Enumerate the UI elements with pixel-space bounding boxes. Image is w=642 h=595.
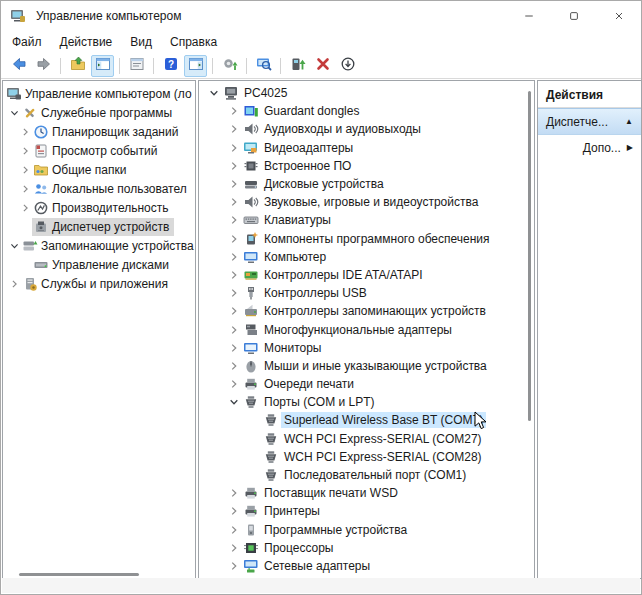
- device-tree-item[interactable]: Очереди печати: [199, 375, 534, 393]
- forward-button[interactable]: [32, 55, 55, 77]
- tree-item-label: Звуковые, игровые и видеоустройства: [261, 194, 481, 210]
- chevron-expanded-icon[interactable]: [205, 86, 223, 100]
- chevron-collapsed-icon[interactable]: [225, 122, 243, 136]
- chevron-collapsed-icon[interactable]: [225, 359, 243, 373]
- menu-file[interactable]: Файл: [3, 33, 51, 51]
- device-tree-item[interactable]: Superlead Wireless Base BT (COM7): [199, 411, 534, 429]
- actions-more-actions[interactable]: Допо...▶: [538, 135, 641, 160]
- back-button[interactable]: [7, 55, 30, 77]
- chevron-collapsed-icon[interactable]: [19, 144, 32, 158]
- device-tree-item[interactable]: WCH PCI Express-SERIAL (COM27): [199, 430, 534, 448]
- chevron-collapsed-icon[interactable]: [225, 523, 243, 537]
- console-tree-item[interactable]: Диспетчер устройств: [3, 217, 195, 236]
- device-tree-item[interactable]: Порты (COM и LPT): [199, 393, 534, 411]
- tree-item-label: Процессоры: [261, 540, 337, 556]
- chevron-collapsed-icon[interactable]: [19, 125, 32, 139]
- device-tree-item[interactable]: Контроллеры USB: [199, 284, 534, 302]
- console-tree-item[interactable]: Служебные программы: [3, 103, 195, 122]
- chevron-expanded-icon[interactable]: [225, 395, 243, 409]
- device-tree-item[interactable]: Программные устройства: [199, 521, 534, 539]
- menu-action[interactable]: Действие: [51, 33, 122, 51]
- properties-button[interactable]: [125, 55, 148, 77]
- uninstall-device-button[interactable]: [311, 55, 334, 77]
- chevron-collapsed-icon[interactable]: [225, 159, 243, 173]
- up-level-button[interactable]: [66, 55, 89, 77]
- chevron-collapsed-icon[interactable]: [225, 232, 243, 246]
- chevron-collapsed-icon[interactable]: [225, 504, 243, 518]
- menu-help[interactable]: Справка: [161, 33, 226, 51]
- console-tree-item[interactable]: Планировщик заданий: [3, 122, 195, 141]
- collapse-up-icon[interactable]: ▲: [625, 117, 633, 126]
- close-button[interactable]: [596, 1, 641, 31]
- chevron-collapsed-icon[interactable]: [225, 177, 243, 191]
- expand-right-icon[interactable]: ▶: [627, 143, 633, 152]
- device-tree-item[interactable]: Контроллеры IDE ATA/ATAPI: [199, 266, 534, 284]
- chevron-collapsed-icon[interactable]: [225, 341, 243, 355]
- device-tree-item[interactable]: Компьютер: [199, 248, 534, 266]
- console-tree-item[interactable]: Управление компьютером (ло: [3, 84, 195, 103]
- chevron-expanded-icon[interactable]: [8, 106, 21, 120]
- show-console-tree-button[interactable]: [91, 55, 114, 77]
- scan-hardware-changes-button[interactable]: [218, 55, 241, 77]
- console-tree-item[interactable]: Производительность: [3, 198, 195, 217]
- device-tree-item[interactable]: Поставщик печати WSD: [199, 484, 534, 502]
- device-tree-item[interactable]: Мониторы: [199, 339, 534, 357]
- device-tree-item[interactable]: WCH PCI Express-SERIAL (COM28): [199, 448, 534, 466]
- actions-group-device-manager[interactable]: Диспетче...▲: [538, 108, 641, 135]
- console-tree-item[interactable]: Управление дисками: [3, 255, 195, 274]
- chevron-collapsed-icon[interactable]: [225, 141, 243, 155]
- menu-view[interactable]: Вид: [121, 33, 161, 51]
- search-devices-button[interactable]: [252, 55, 275, 77]
- console-tree-item[interactable]: Службы и приложения: [3, 274, 195, 293]
- horizontal-scrollbar-thumb[interactable]: [19, 573, 139, 576]
- maximize-button[interactable]: [551, 1, 596, 31]
- device-tree-item[interactable]: Звуковые, игровые и видеоустройства: [199, 193, 534, 211]
- show-action-pane-button[interactable]: [184, 55, 207, 77]
- device-tree-item[interactable]: PC4025: [199, 84, 534, 102]
- chevron-collapsed-icon[interactable]: [225, 486, 243, 500]
- chevron-collapsed-icon[interactable]: [225, 104, 243, 118]
- device-tree-item[interactable]: Процессоры: [199, 539, 534, 557]
- chevron-collapsed-icon[interactable]: [225, 250, 243, 264]
- item-group: Служебные программы: [21, 104, 177, 122]
- device-tree-item[interactable]: Клавиатуры: [199, 211, 534, 229]
- chevron-collapsed-icon[interactable]: [19, 201, 32, 215]
- chevron-collapsed-icon[interactable]: [19, 182, 32, 196]
- chevron-collapsed-icon[interactable]: [225, 559, 243, 573]
- chevron-collapsed-icon[interactable]: [225, 213, 243, 227]
- device-tree-item[interactable]: Компоненты программного обеспечения: [199, 230, 534, 248]
- tree-item-label: Очереди печати: [261, 376, 357, 392]
- device-tree-item[interactable]: Дисковые устройства: [199, 175, 534, 193]
- chevron-collapsed-icon[interactable]: [225, 304, 243, 318]
- minimize-button[interactable]: [506, 1, 551, 31]
- device-tree-item[interactable]: Встроенное ПО: [199, 157, 534, 175]
- device-tree-item[interactable]: Многофункциональные адаптеры: [199, 320, 534, 338]
- chevron-collapsed-icon[interactable]: [225, 286, 243, 300]
- device-tree-item[interactable]: Мыши и иные указывающие устройства: [199, 357, 534, 375]
- console-tree-item[interactable]: Просмотр событий: [3, 141, 195, 160]
- chevron-collapsed-icon[interactable]: [225, 323, 243, 337]
- device-tree-item[interactable]: Контроллеры запоминающих устройств: [199, 302, 534, 320]
- software-comp-icon: [243, 231, 259, 247]
- disable-device-button[interactable]: [336, 55, 359, 77]
- chevron-collapsed-icon[interactable]: [225, 377, 243, 391]
- chevron-collapsed-icon[interactable]: [225, 195, 243, 209]
- device-tree-item[interactable]: Принтеры: [199, 502, 534, 520]
- device-tree-item[interactable]: Сетевые адаптеры: [199, 557, 534, 575]
- console-tree-item[interactable]: Общие папки: [3, 160, 195, 179]
- device-tree-item[interactable]: Guardant dongles: [199, 102, 534, 120]
- console-tree-item[interactable]: Локальные пользовател: [3, 179, 195, 198]
- device-tree-item[interactable]: Аудиовходы и аудиовыходы: [199, 120, 534, 138]
- chevron-collapsed-icon[interactable]: [8, 277, 21, 291]
- update-driver-button[interactable]: [286, 55, 309, 77]
- device-tree-item[interactable]: Последовательный порт (COM1): [199, 466, 534, 484]
- chevron-expanded-icon[interactable]: [8, 239, 21, 253]
- vertical-scrollbar-thumb[interactable]: [528, 91, 531, 421]
- device-tree-item[interactable]: Видеоадаптеры: [199, 139, 534, 157]
- chevron-collapsed-icon[interactable]: [225, 268, 243, 282]
- cpu-icon: [243, 540, 259, 556]
- chevron-collapsed-icon[interactable]: [19, 163, 32, 177]
- console-tree-item[interactable]: Запоминающие устройства: [3, 236, 195, 255]
- chevron-collapsed-icon[interactable]: [225, 541, 243, 555]
- help-button[interactable]: ?: [159, 55, 182, 77]
